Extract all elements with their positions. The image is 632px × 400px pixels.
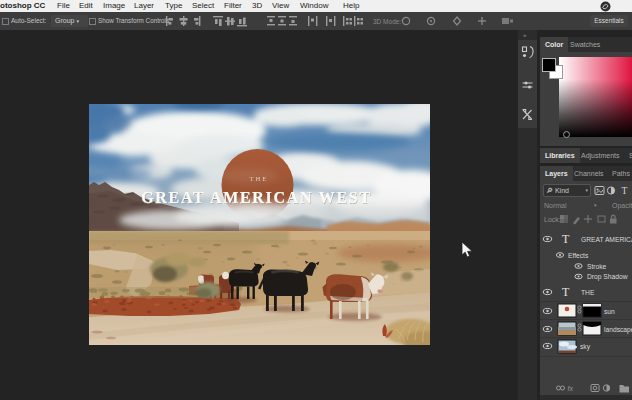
svg-text:fx: fx xyxy=(568,385,574,392)
svg-text:THE: THE xyxy=(581,289,595,296)
svg-text:T: T xyxy=(562,232,570,246)
svg-text:Effects: Effects xyxy=(568,252,589,259)
svg-text:GREAT AMERICAN WEST: GREAT AMERICAN WEST xyxy=(141,189,372,206)
svg-text:sky: sky xyxy=(580,343,591,351)
svg-text:landscape: landscape xyxy=(604,326,632,334)
svg-text:Drop Shadow: Drop Shadow xyxy=(587,273,628,281)
svg-text:THE: THE xyxy=(250,175,269,182)
svg-text:3D Mode:: 3D Mode: xyxy=(373,18,401,25)
svg-text:GREAT AMERICAN: GREAT AMERICAN xyxy=(581,236,632,243)
svg-text:Stroke: Stroke xyxy=(587,263,607,270)
svg-text:T: T xyxy=(622,186,628,196)
svg-text:T: T xyxy=(562,285,570,299)
svg-text:sun: sun xyxy=(604,308,615,315)
